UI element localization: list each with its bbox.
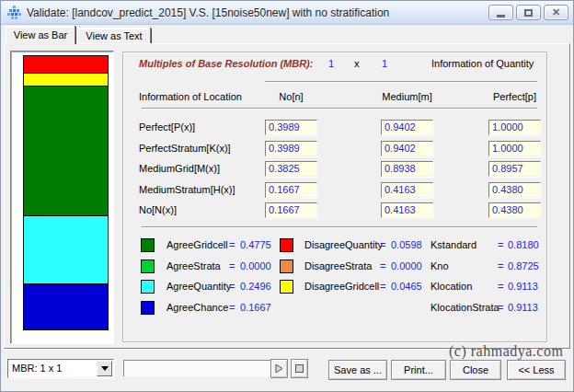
mbr-cols-value: 1 [382, 58, 387, 69]
bar-segment-DisagreeQuantity [23, 55, 109, 74]
value-field[interactable]: 0.8938 [381, 161, 433, 177]
row-label-perfect: Perfect[P(x)] [139, 121, 195, 133]
value-field[interactable]: 0.4163 [381, 202, 433, 218]
location-header: Information of Location [139, 91, 242, 102]
separator [142, 108, 537, 110]
value-field[interactable]: 0.3825 [265, 161, 317, 177]
watermark: (c) rahmadya.com [449, 343, 563, 360]
close-button[interactable]: Close [450, 360, 501, 380]
minimize-icon [497, 15, 505, 17]
legend-label: AgreeGridcell [166, 239, 228, 250]
equals-sign: = [498, 281, 503, 292]
mbr-rows-value: 1 [328, 58, 334, 69]
value-field[interactable]: 0.4380 [488, 182, 541, 198]
stop-button[interactable] [291, 359, 308, 378]
value-field[interactable]: 0.4380 [488, 202, 541, 218]
maximize-button[interactable] [516, 5, 541, 20]
equals-sign: = [498, 260, 503, 271]
bar-segment-AgreeQuantity [23, 215, 109, 284]
kstandard-value: 0.8180 [508, 239, 539, 250]
value-field[interactable]: 0.8957 [488, 161, 541, 177]
agree-quantity-swatch [141, 280, 155, 294]
row-label-mediumgrid: MediumGrid[M(x)] [139, 163, 220, 174]
equals-sign: = [229, 302, 235, 313]
legend-label: AgreeChance [166, 302, 228, 313]
window-title: Validate: [landcov_predict_2015] V.S. [1… [27, 6, 389, 19]
legend-value: 0.1667 [240, 302, 271, 313]
stop-icon [295, 364, 304, 373]
legend-label: AgreeQuantity [166, 281, 231, 292]
klocationstrata-label: KlocationStrata [430, 302, 499, 313]
value-field[interactable]: 0.3989 [265, 141, 317, 156]
minimize-button[interactable] [488, 5, 513, 20]
legend-value: 0.4775 [240, 239, 271, 250]
progress-bar [123, 360, 273, 377]
app-icon [7, 6, 21, 19]
kno-label: Kno [430, 260, 449, 271]
equals-sign: = [229, 281, 235, 292]
value-field[interactable]: 0.9402 [381, 120, 433, 135]
value-field[interactable]: 0.4163 [381, 182, 433, 198]
separator [265, 81, 537, 83]
row-label-perfectstratum: PerfectStratum[K(x)] [139, 143, 231, 154]
disagree-quantity-swatch [280, 238, 293, 252]
print-button[interactable]: Print... [391, 360, 446, 380]
disagree-strata-swatch [280, 259, 293, 273]
kno-value: 0.8725 [508, 260, 539, 271]
bar-segment-DisagreeGridcell [23, 73, 109, 87]
mbr-header-label: Multiples of Base Resolution (MBR): [139, 58, 313, 69]
bar-segment-AgreeGridcell [23, 86, 109, 216]
agree-strata-swatch [141, 259, 155, 273]
equals-sign: = [498, 239, 503, 250]
mbr-combobox-value: MBR: 1 x 1 [12, 363, 62, 374]
legend-value: 0.0000 [240, 260, 271, 271]
legend-value: 0.0465 [391, 281, 422, 292]
play-icon [275, 364, 283, 373]
separator [142, 226, 537, 228]
klocationstrata-value: 0.9113 [508, 302, 538, 313]
mbr-times-label: x [354, 58, 360, 69]
close-window-button[interactable]: ✕ [544, 5, 568, 20]
value-field[interactable]: 0.9402 [381, 141, 433, 156]
save-as-button[interactable]: Save as ... [328, 360, 387, 380]
mbr-combobox[interactable]: MBR: 1 x 1 [7, 359, 114, 378]
tab-view-as-bar[interactable]: View as Bar [6, 26, 75, 44]
equals-sign: = [380, 239, 385, 250]
legend-label: AgreeStrata [166, 260, 221, 271]
row-label-no: No[N(x)] [139, 204, 177, 215]
stacked-bar [23, 55, 109, 330]
value-field[interactable]: 1.0000 [488, 120, 541, 135]
equals-sign: = [380, 281, 385, 292]
disagree-gridcell-swatch [280, 280, 293, 294]
kstandard-label: Kstandard [430, 239, 476, 250]
play-button[interactable] [270, 359, 288, 378]
value-field[interactable]: 0.1667 [265, 202, 317, 218]
equals-sign: = [380, 260, 385, 271]
quantity-header: Information of Quantity [431, 58, 534, 69]
column-header-medium: Medium[m] [381, 91, 433, 102]
value-field[interactable]: 1.0000 [488, 141, 541, 156]
close-icon: ✕ [552, 7, 560, 17]
value-field[interactable]: 0.3989 [265, 120, 317, 135]
equals-sign: = [229, 239, 235, 250]
bar-segment-AgreeChance [23, 283, 109, 330]
legend-label: DisagreeStrata [304, 260, 372, 271]
less-button[interactable]: << Less [507, 360, 566, 380]
klocation-label: Klocation [430, 281, 472, 292]
klocation-value: 0.9113 [508, 281, 538, 292]
legend-value: 0.0598 [391, 239, 422, 250]
tab-view-as-text[interactable]: View as Text [77, 28, 151, 44]
equals-sign: = [498, 302, 503, 313]
title-bar[interactable]: Validate: [landcov_predict_2015] V.S. [1… [1, 1, 573, 25]
chevron-down-icon [101, 366, 109, 375]
value-field[interactable]: 0.1667 [265, 182, 317, 198]
legend-label: DisagreeGridcell [304, 281, 379, 292]
column-header-perfect: Perfect[p] [488, 91, 541, 102]
legend-label: DisagreeQuantity [304, 239, 383, 250]
legend-value: 0.0000 [391, 260, 422, 271]
validate-window: Validate: [landcov_predict_2015] V.S. [1… [0, 0, 574, 392]
agree-gridcell-swatch [141, 238, 155, 252]
maximize-icon [524, 9, 533, 17]
mbr-combobox-arrow[interactable] [97, 361, 112, 376]
equals-sign: = [229, 260, 235, 271]
